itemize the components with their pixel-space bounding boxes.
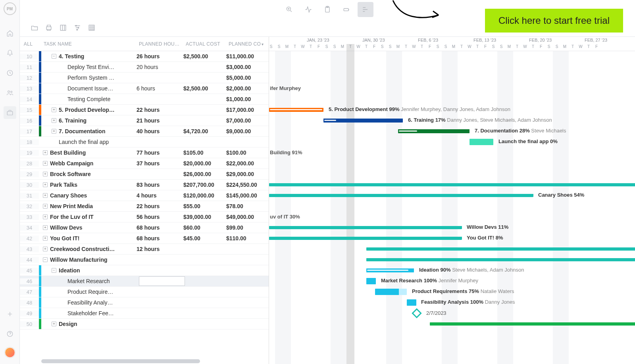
- task-cell[interactable]: Stakeholder Fee…: [41, 310, 137, 316]
- cost-cell[interactable]: $207,700.00: [183, 182, 226, 188]
- expand-icon[interactable]: +: [43, 193, 48, 198]
- col-cost[interactable]: ACTUAL COST: [186, 41, 229, 47]
- expand-icon[interactable]: +: [43, 161, 48, 166]
- expand-icon[interactable]: +: [43, 204, 48, 209]
- print-icon[interactable]: [44, 23, 54, 33]
- planned-cell[interactable]: $3,000.00: [226, 64, 269, 70]
- table-row[interactable]: 43+Creekwood Constructi…12 hours: [20, 244, 269, 255]
- table-row[interactable]: 14Testing Complete$1,000.00: [20, 94, 269, 105]
- task-cell[interactable]: Launch the final app: [41, 139, 137, 145]
- expand-icon[interactable]: +: [43, 215, 48, 219]
- task-cell[interactable]: Product Require…: [41, 289, 137, 295]
- table-row[interactable]: 17+7. Documentation40 hours$4,720.00$9,0…: [20, 126, 269, 137]
- gantt-bar[interactable]: [323, 119, 403, 123]
- hours-cell[interactable]: 68 hours: [137, 235, 183, 241]
- edit-input[interactable]: [139, 276, 185, 286]
- table-row[interactable]: 30+Park Talks83 hours$207,700.00$224,550…: [20, 180, 269, 190]
- hours-cell[interactable]: 40 hours: [137, 128, 183, 134]
- cost-cell[interactable]: $20,000.00: [183, 160, 226, 167]
- gantt-bar[interactable]: [407, 299, 416, 306]
- table-row[interactable]: 28+Webb Campaign37 hours$20,000.00$22,00…: [20, 158, 269, 169]
- cost-cell[interactable]: $26,000.00: [183, 171, 226, 177]
- cost-cell[interactable]: $55.00: [183, 203, 226, 209]
- col-hours[interactable]: PLANNED HOU…: [139, 41, 186, 47]
- gantt-bar[interactable]: [366, 247, 635, 251]
- table-row[interactable]: 45−Ideation: [20, 265, 269, 276]
- app-logo[interactable]: PM: [4, 2, 16, 15]
- gantt-bar[interactable]: [269, 226, 462, 229]
- expand-icon[interactable]: +: [52, 118, 56, 123]
- expand-icon[interactable]: +: [43, 225, 48, 230]
- table-row[interactable]: 47Product Require…: [20, 287, 269, 297]
- planned-cell[interactable]: $99.00: [226, 224, 269, 231]
- col-planned[interactable]: PLANNED CO▾: [229, 41, 269, 47]
- table-row[interactable]: 32+New Print Media22 hours$55.00$78.00: [20, 201, 269, 212]
- hours-cell[interactable]: 56 hours: [137, 214, 183, 220]
- hours-cell[interactable]: 77 hours: [137, 149, 183, 156]
- task-cell[interactable]: +6. Training: [41, 117, 137, 124]
- task-cell[interactable]: Testing Complete: [41, 96, 137, 102]
- col-name[interactable]: TASK NAME: [41, 41, 139, 47]
- cost-cell[interactable]: $105.00: [183, 149, 226, 156]
- table-row[interactable]: 44−Willow Manufacturing: [20, 255, 269, 265]
- planned-cell[interactable]: $110.00: [226, 235, 269, 241]
- gantt-bar[interactable]: [430, 322, 635, 326]
- grid-icon[interactable]: [87, 23, 97, 33]
- table-row[interactable]: 46Market Research: [20, 276, 269, 287]
- search-zoom-icon[interactable]: [281, 2, 297, 17]
- planned-cell[interactable]: $7,000.00: [226, 117, 269, 124]
- battery-icon[interactable]: [339, 2, 354, 17]
- expand-icon[interactable]: −: [43, 257, 48, 262]
- briefcase-icon[interactable]: [4, 106, 16, 119]
- cost-cell[interactable]: $120,000.00: [183, 192, 226, 199]
- task-cell[interactable]: +New Print Media: [41, 203, 137, 209]
- hours-cell[interactable]: 37 hours: [137, 160, 183, 167]
- table-row[interactable]: 13Document Issue…6 hours$2,500.00$2,000.…: [20, 83, 269, 94]
- planned-cell[interactable]: $1,000.00: [226, 96, 269, 102]
- task-cell[interactable]: Deploy Test Envi…: [41, 64, 137, 70]
- task-cell[interactable]: +Webb Campaign: [41, 160, 137, 167]
- expand-icon[interactable]: +: [43, 236, 48, 241]
- expand-icon[interactable]: +: [52, 322, 56, 326]
- table-row[interactable]: 50+Design: [20, 319, 269, 330]
- cost-cell[interactable]: $60.00: [183, 224, 226, 231]
- task-cell[interactable]: +Design: [41, 321, 137, 327]
- task-cell[interactable]: −Willow Manufacturing: [41, 257, 137, 263]
- expand-icon[interactable]: +: [43, 150, 48, 155]
- hours-cell[interactable]: 22 hours: [137, 203, 183, 209]
- gantt-bar[interactable]: [366, 258, 635, 261]
- planned-cell[interactable]: $22,000.00: [226, 160, 269, 167]
- expand-icon[interactable]: +: [43, 247, 48, 251]
- task-cell[interactable]: Perform System …: [41, 75, 137, 81]
- gantt-bar[interactable]: [470, 139, 493, 145]
- planned-cell[interactable]: $100.00: [226, 149, 269, 156]
- task-cell[interactable]: +Park Talks: [41, 182, 137, 188]
- task-cell[interactable]: +You Got IT!: [41, 235, 137, 241]
- gantt-bar[interactable]: [269, 237, 462, 240]
- cta-button[interactable]: Click here to start free trial: [485, 9, 623, 33]
- table-row[interactable]: 12Perform System …$5,000.00: [20, 73, 269, 83]
- task-cell[interactable]: +7. Documentation: [41, 128, 137, 134]
- table-row[interactable]: 10−4. Testing26 hours$2,500.00$11,000.00: [20, 51, 269, 62]
- col-all[interactable]: ALL: [20, 41, 39, 47]
- task-cell[interactable]: Market Research: [41, 278, 137, 284]
- hours-cell[interactable]: 12 hours: [137, 246, 183, 252]
- gantt-bar[interactable]: [269, 183, 635, 186]
- planned-cell[interactable]: $224,550.00: [226, 182, 269, 188]
- planned-cell[interactable]: $29,000.00: [226, 171, 269, 177]
- cost-cell[interactable]: $39,000.00: [183, 214, 226, 220]
- expand-icon[interactable]: −: [52, 54, 56, 59]
- hours-cell[interactable]: 83 hours: [137, 182, 183, 188]
- cost-cell[interactable]: $45.00: [183, 235, 226, 241]
- planned-cell[interactable]: $17,000.00: [226, 107, 269, 113]
- hours-cell[interactable]: 6 hours: [137, 85, 183, 92]
- cost-cell[interactable]: $2,500.00: [183, 53, 226, 59]
- plus-icon[interactable]: [4, 308, 16, 320]
- task-cell[interactable]: +Brock Software: [41, 171, 137, 177]
- cost-cell[interactable]: $4,720.00: [183, 128, 226, 134]
- gantt-bar[interactable]: [375, 289, 407, 295]
- milestone-icon[interactable]: [412, 308, 421, 318]
- table-row[interactable]: 18Launch the final app: [20, 137, 269, 148]
- horizontal-scrollbar[interactable]: [41, 359, 200, 363]
- planned-cell[interactable]: $78.00: [226, 203, 269, 209]
